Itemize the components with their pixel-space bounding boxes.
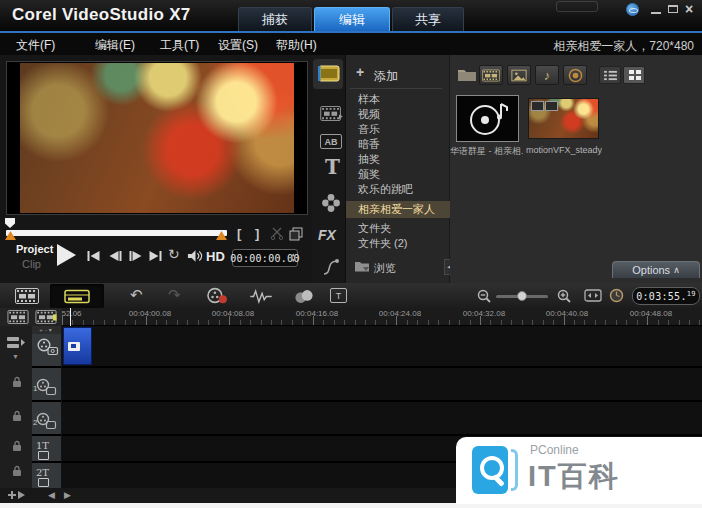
library-item-videos[interactable]: 视频 [346,107,450,122]
timecode-spinner[interactable]: ▲▼ [292,251,295,263]
tab-capture[interactable]: 捕获 [238,7,312,31]
fit-timeline-icon[interactable] [584,289,602,302]
scroll-left-button[interactable]: ◀ [48,490,55,500]
trim-bar[interactable] [6,230,227,236]
add-folder-plus-icon[interactable]: + [356,64,364,80]
timeline-timecode-frames: 19 [687,290,696,298]
overlay-track-1-icon[interactable]: 1 [33,378,57,396]
folder-icon[interactable] [457,67,477,82]
menu-file[interactable]: 文件(F) [16,37,55,54]
add-folder-button[interactable]: 添加 [374,68,398,85]
redo-button[interactable]: ↷ [168,287,181,302]
lock-title1-icon[interactable] [12,440,22,452]
library-item-huanle[interactable]: 欢乐的跳吧 [346,182,450,197]
library-item-samples[interactable]: 样本 [346,92,450,107]
library-item-anxiang[interactable]: 暗香 [346,137,450,152]
browse-button[interactable]: 浏览 [374,261,396,276]
overlay-track-2-icon[interactable]: 2 [33,412,57,430]
filter-video-icon[interactable] [479,65,503,85]
project-duration-clock-icon[interactable] [609,288,624,303]
library-item-banjiang[interactable]: 颁奖 [346,167,450,182]
enlarge-preview-icon[interactable] [289,227,303,241]
playhead[interactable] [70,308,71,327]
scroll-right-button[interactable]: ▶ [64,490,71,500]
instant-project-icon[interactable] [320,106,343,121]
volume-button[interactable] [187,249,204,263]
play-button[interactable] [54,242,78,268]
lock-overlay1-icon[interactable] [12,376,22,388]
timeline-ruler[interactable]: 03:52.06 00:04:00.08 00:04:08.08 00:04:1… [62,308,702,326]
undo-button[interactable]: ↶ [130,287,143,302]
maximize-button[interactable] [668,5,678,13]
track-manager-icon[interactable] [6,336,26,350]
list-view-button[interactable] [599,66,621,84]
split-clip-icon[interactable] [270,227,284,240]
library-item-music[interactable]: 音乐 [346,122,450,137]
track-mini-toolbar[interactable]: +-▾ [32,326,61,334]
menu-tools[interactable]: 工具(T) [160,37,199,54]
gallery-panel [450,55,702,283]
clip-mode-toggle[interactable]: Clip [22,258,41,270]
menu-edit[interactable]: 编辑(E) [95,37,135,54]
grid-view-button[interactable] [623,66,645,84]
auto-music-icon[interactable] [292,289,316,304]
menu-help[interactable]: 帮助(H) [276,37,317,54]
video-track-icon[interactable] [35,338,59,356]
motion-path-icon[interactable] [322,258,340,276]
tab-edit[interactable]: 编辑 [314,7,390,31]
tab-share[interactable]: 共享 [392,7,464,31]
project-mode-toggle[interactable]: Project [16,243,53,255]
hd-toggle[interactable]: HD [206,249,225,264]
ripple-edit-all-icon[interactable] [35,310,57,324]
gallery-thumb-video[interactable] [528,98,599,139]
show-all-tracks-icon[interactable] [7,310,29,324]
track-lock-rail: ▼ [0,326,32,503]
filter-photo-icon[interactable] [507,65,531,85]
record-capture-icon[interactable] [206,287,228,304]
filter-motion-icon[interactable] [563,65,587,85]
zoom-out-icon[interactable] [477,289,491,303]
storyboard-view-button[interactable] [14,288,40,304]
title-track-1-icon[interactable]: 1T [36,440,61,462]
menu-settings[interactable]: 设置(S) [218,37,258,54]
sound-mixer-icon[interactable] [248,289,274,304]
graphics-icon[interactable] [321,193,341,213]
timeline-zoom-thumb[interactable] [517,291,527,301]
scrubber-handle[interactable] [5,218,15,228]
filters-icon[interactable]: FX [318,227,336,243]
filter-audio-icon[interactable]: ♪ [535,65,559,85]
web-globe-icon[interactable] [626,3,639,16]
add-track-icon[interactable] [8,490,26,500]
lock-overlay2-icon[interactable] [12,410,22,422]
minimize-button[interactable] [651,12,661,14]
timeline-timecode[interactable]: 0:03:55. 19 [632,287,700,305]
library-item-choujiang[interactable]: 抽奖 [346,152,450,167]
options-button[interactable]: Options ∧ [612,261,700,278]
go-to-end-button[interactable] [148,250,163,262]
title-track-2-icon[interactable]: 2T [36,467,61,489]
transitions-icon[interactable]: AB [320,134,342,149]
ruler-label-5: 00:04:32.08 [454,309,514,318]
lock-title2-icon[interactable] [12,465,22,477]
close-button[interactable]: × [685,3,693,15]
ruler-label-1: 00:04:00.08 [120,309,180,318]
next-frame-button[interactable] [128,250,143,262]
library-item-folder[interactable]: 文件夹 [346,221,450,236]
go-to-start-button[interactable] [86,250,101,262]
titles-icon[interactable]: T [325,155,340,179]
preview-timecode[interactable]: 00:00:00.00 ▲▼ [232,249,298,267]
subtitle-editor-icon[interactable]: T [330,288,347,303]
previous-frame-button[interactable] [108,250,123,262]
library-item-folder2[interactable]: 文件夹 (2) [346,236,450,251]
track-dropdown-icon[interactable]: ▼ [12,353,19,360]
zoom-in-icon[interactable] [557,289,571,303]
watermark-logo-page [511,449,518,491]
mark-out-button[interactable]: ] [255,226,259,241]
library-item-selected[interactable]: 相亲相爱一家人 [346,201,450,218]
gallery-thumb-audio[interactable] [456,95,519,142]
video-badge-icon [531,101,544,111]
timeline-clip-video[interactable] [63,327,92,365]
media-library-icon[interactable] [318,63,342,84]
mark-in-button[interactable]: [ [237,226,241,241]
repeat-button[interactable]: ↻ [168,247,180,262]
